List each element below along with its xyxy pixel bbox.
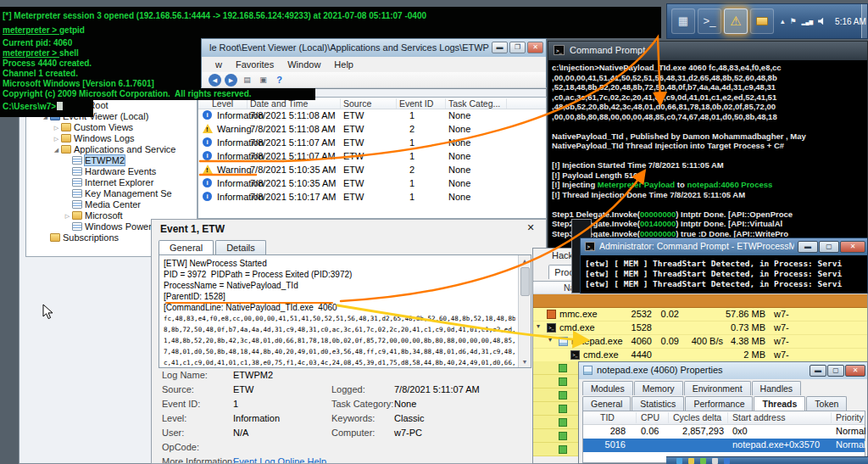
minimize-button[interactable]: ▬ [798, 241, 818, 253]
forward-icon[interactable]: ▶ [225, 74, 237, 87]
maximize-button[interactable]: ▢ [819, 241, 839, 253]
event-log-online-help-link[interactable]: Event Log Online Help [233, 456, 326, 464]
event-viewer-titlebar[interactable]: le Root\Event Viewer (Local)\Application… [201, 38, 547, 57]
close-icon[interactable]: ✕ [524, 222, 537, 233]
expander-icon[interactable]: ▷ [63, 210, 72, 221]
expander-icon[interactable] [63, 166, 72, 177]
expander-icon[interactable] [63, 155, 72, 166]
network-icon[interactable]: ▂▄▆ [802, 19, 813, 25]
restore-button[interactable]: ❐ [509, 42, 526, 53]
expander-icon[interactable] [63, 221, 72, 232]
column-header-cycles-delta[interactable]: Cycles delta [673, 412, 721, 422]
thread-row-288[interactable]: 2880.062,857,2930x0Normal [583, 425, 865, 439]
scroll-up-icon[interactable]: ▲ [519, 255, 531, 266]
properties-titlebar[interactable]: notepad.exe (4060) Properties ▬ ▢ ✕ [579, 362, 867, 379]
tree-item-media-center[interactable]: Media Center [26, 199, 197, 210]
process-row-cmd-exe-4440[interactable]: >_cmd.exe44402 MBw7- [533, 349, 867, 362]
process-row-notepad-exe-4060[interactable]: ▾notepad.exe40600.09400 B/s4.38 MBw7- [533, 335, 867, 349]
menu-favorites[interactable]: Favorites [229, 59, 281, 70]
process-row-cmd-exe-1528[interactable]: ▾>_cmd.exe15280.73 MBw7- [533, 321, 867, 335]
scroll-down-icon[interactable]: ▼ [519, 356, 531, 367]
close-button[interactable]: ✕ [527, 42, 543, 53]
close-button[interactable]: ✕ [840, 241, 865, 253]
taskbar-icon[interactable] [712, 458, 718, 464]
expander-icon[interactable]: ◢ [52, 144, 61, 155]
tree-item-key-management-se[interactable]: Key Management Se [26, 188, 197, 199]
tab-environment[interactable]: Environment [684, 381, 751, 395]
taskbar-icon[interactable] [724, 458, 730, 464]
scrollbar-thumb[interactable] [520, 267, 530, 296]
tab-general[interactable]: General [582, 396, 631, 411]
console-line: [etw] [ MEM ] ThreadStart Detected, in P… [585, 269, 863, 279]
taskbar-buttons: ▦>_⚠ [671, 8, 774, 34]
show-desktop-button[interactable] [861, 4, 867, 38]
event-row[interactable]: iInformation7/8/2021 5:10:35 AMETW1None [198, 177, 546, 191]
tab-token[interactable]: Token [806, 396, 847, 411]
column-header-tid[interactable]: TID [600, 412, 615, 422]
thread-row-5016[interactable]: 5016notepad.exe+0x3570Normal [583, 439, 865, 452]
help-icon[interactable]: ? [273, 74, 286, 87]
expander-icon[interactable] [63, 199, 72, 210]
back-icon[interactable]: ◀ [209, 74, 221, 87]
tab-statistics[interactable]: Statistics [632, 396, 684, 411]
taskbar-icon[interactable] [700, 458, 706, 464]
taskbar-button[interactable] [750, 8, 774, 34]
document-icon[interactable]: ▤ [241, 74, 253, 87]
menu-window[interactable]: Window [281, 59, 327, 70]
tab-modules[interactable]: Modules [582, 381, 633, 395]
tab-threads[interactable]: Threads [754, 396, 805, 411]
taskbar-button[interactable]: ▦ [671, 8, 695, 34]
process-row-highlight[interactable] [533, 294, 867, 308]
process-row-mmc-exe-2532[interactable]: mmc.exe25320.0257.86 MBw7- [533, 308, 867, 321]
tab-general[interactable]: General [159, 240, 214, 254]
taskbar-icon[interactable] [688, 458, 694, 464]
event-row[interactable]: iInformation7/8/2021 5:10:17 AMETW1None [198, 191, 546, 204]
window-icon[interactable]: ▣ [257, 74, 270, 87]
column-header-cpu[interactable]: CPU [641, 412, 659, 422]
etw-monitor-titlebar[interactable]: >_ Administrator: Command Prompt - ETWPr… [581, 238, 867, 255]
expander-icon[interactable] [41, 232, 50, 243]
event-row[interactable]: iInformation7/8/2021 5:11:07 AMETW1None [198, 150, 546, 164]
minimize-button[interactable]: ▬ [810, 365, 826, 377]
event-row[interactable]: !Warning7/8/2021 5:10:35 AMETW2None [198, 164, 546, 177]
column-header-priority[interactable]: Priority [836, 412, 864, 422]
column-header-task-categ[interactable]: Task Categ... [448, 98, 500, 109]
expander-icon[interactable]: ▾ [537, 322, 540, 330]
column-header-start-address[interactable]: Start address [732, 412, 785, 422]
taskbar-button[interactable]: >_ [698, 8, 721, 34]
event-row[interactable]: iInformation7/8/2021 5:11:07 AMETW1None [198, 137, 546, 150]
minimize-button[interactable]: ▬ [492, 42, 508, 53]
tree-item-applications-and-service[interactable]: ◢Applications and Service [26, 144, 197, 155]
tab-memory[interactable]: Memory [634, 381, 683, 395]
command-prompt-titlebar[interactable]: >_ Command Prompt [548, 42, 867, 60]
close-button[interactable]: ✕ [845, 365, 865, 377]
column-header-source[interactable]: Source [343, 98, 371, 109]
tree-item-etwpm2[interactable]: ETWPM2 [26, 155, 197, 166]
console-text: notepad:4060 Process [687, 180, 772, 189]
scrollbar[interactable]: ▲ ▼ [518, 255, 531, 367]
maximize-button[interactable]: ▢ [827, 365, 844, 377]
flag-icon[interactable]: ⚑ [790, 17, 797, 25]
tab-details[interactable]: Details [215, 240, 266, 254]
tab-performance[interactable]: Performance [685, 396, 753, 411]
expander-icon[interactable] [63, 177, 72, 188]
tab-handles[interactable]: Handles [752, 381, 802, 395]
tree-item-internet-explorer[interactable]: Internet Explorer [26, 177, 197, 188]
menu-help[interactable]: Help [327, 59, 360, 70]
console-line: [etw] [ MEM ] ThreadStart Detected, in P… [585, 279, 863, 289]
event-row[interactable]: !Warning7/8/2021 5:11:08 AMETW2None [198, 123, 546, 137]
expander-icon[interactable]: ▷ [52, 122, 61, 133]
column-header-event-id[interactable]: Event ID [399, 98, 433, 109]
tree-item-custom-views[interactable]: ▷Custom Views [26, 122, 197, 133]
chevron-up-icon[interactable]: ▴ [781, 17, 785, 25]
expander-icon[interactable]: ▷ [52, 133, 61, 144]
expander-icon[interactable]: ▾ [548, 336, 552, 344]
tree-item-hardware-events[interactable]: Hardware Events [26, 166, 197, 177]
event-row[interactable]: iInformation7/8/2021 5:11:08 AMETW1None [198, 109, 546, 123]
expander-icon[interactable] [63, 188, 72, 199]
speaker-icon[interactable] [818, 17, 826, 25]
taskbar-button[interactable]: ⚠ [724, 8, 748, 34]
menu-w[interactable]: w [209, 59, 229, 70]
tree-item-windows-logs[interactable]: ▷Windows Logs [26, 133, 197, 144]
taskbar-icon[interactable] [676, 458, 682, 464]
